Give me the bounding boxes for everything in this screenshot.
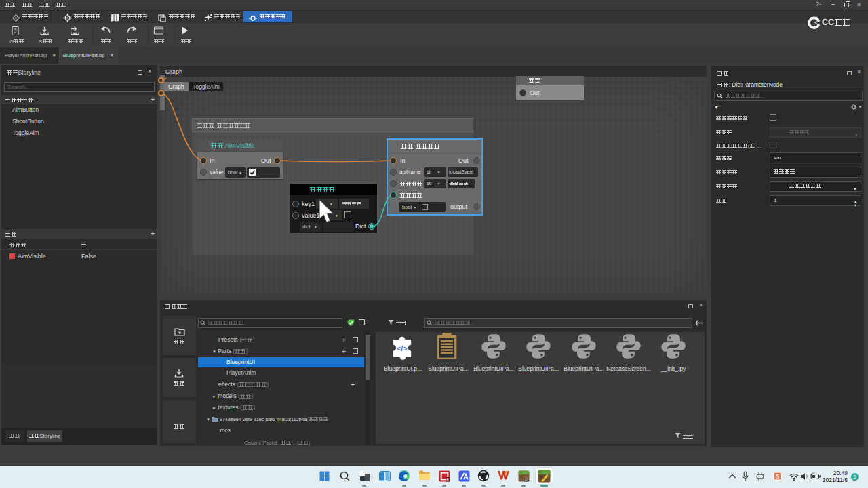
svg-text:MC: MC	[525, 479, 529, 482]
svg-text:</>: </>	[397, 344, 408, 352]
